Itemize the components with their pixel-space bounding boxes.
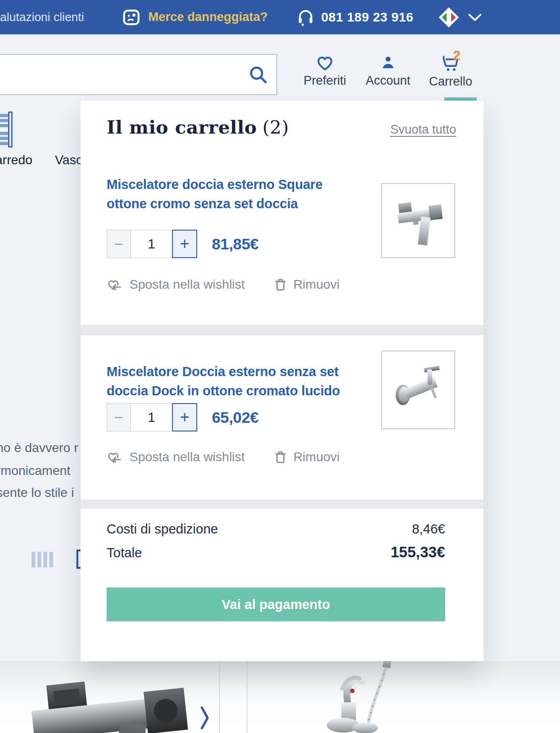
user-icon xyxy=(379,54,397,71)
move-to-wishlist-icon xyxy=(107,450,123,464)
trash-icon xyxy=(274,450,287,464)
background-text-line: no è davvero r xyxy=(0,441,78,455)
shipping-value: 8,46€ xyxy=(412,522,445,537)
towel-radiator-icon xyxy=(0,111,13,148)
move-to-wishlist-link[interactable]: Sposta nella wishlist xyxy=(129,450,245,464)
pagination-bars xyxy=(32,552,53,567)
damaged-box-icon xyxy=(122,8,141,27)
quantity-increase-button[interactable]: + xyxy=(172,230,197,258)
damaged-goods-link[interactable]: Merce danneggiata? xyxy=(122,0,268,34)
favorites-button[interactable]: Preferiti xyxy=(303,54,346,88)
checkout-button[interactable]: Vai al pagamento xyxy=(107,587,445,621)
cart-active-underline xyxy=(444,97,477,101)
search-icon[interactable] xyxy=(248,65,268,85)
item-price: 81,85€ xyxy=(212,230,258,258)
quantity-stepper: − 1 + xyxy=(107,230,197,258)
phone-link[interactable]: 081 189 23 916 xyxy=(296,0,414,34)
total-value: 155,33€ xyxy=(391,544,445,561)
cart-item-title[interactable]: Miscelatore Doccia esterno senza set doc… xyxy=(107,362,340,400)
clear-cart-link[interactable]: Svuota tutto xyxy=(390,123,456,137)
quantity-decrease-button[interactable]: − xyxy=(107,230,131,258)
language-selector[interactable] xyxy=(438,0,482,34)
cart-label: Carrello xyxy=(429,75,473,89)
divider xyxy=(219,661,220,733)
topbar: alutazioni clienti Merce danneggiata? xyxy=(0,0,560,34)
shipping-label: Costi di spedizione xyxy=(107,522,218,537)
item-actions: Sposta nella wishlist Rimuovi xyxy=(107,450,339,464)
cart-card-item2: Miscelatore Doccia esterno senza set doc… xyxy=(81,335,484,500)
remove-item-link[interactable]: Rimuovi xyxy=(293,277,339,292)
cart-card-header-item1: Il mio carrello(2) Svuota tutto Miscelat… xyxy=(81,101,484,325)
cart-item-count: (2) xyxy=(262,117,289,138)
carousel-next-button[interactable] xyxy=(199,706,211,730)
trash-icon xyxy=(274,278,287,291)
quantity-value[interactable]: 1 xyxy=(131,403,172,431)
headset-icon xyxy=(296,7,315,27)
quantity-increase-button[interactable]: + xyxy=(172,403,197,431)
divider xyxy=(247,661,248,733)
cart-count-badge: 2 xyxy=(453,48,461,63)
nav-item-arredo[interactable]: arredo xyxy=(0,153,32,167)
remove-item-link[interactable]: Rimuovi xyxy=(293,450,339,464)
item-actions: Sposta nella wishlist Rimuovi xyxy=(107,277,339,292)
account-label: Account xyxy=(366,74,410,88)
background-text-line: sente lo stile i xyxy=(0,485,74,500)
chevron-down-icon xyxy=(468,13,482,22)
page: alutazioni clienti Merce danneggiata? xyxy=(0,0,560,733)
background-text-line: rmonicament xyxy=(0,464,70,478)
quantity-value[interactable]: 1 xyxy=(131,230,172,258)
heart-icon xyxy=(316,54,334,71)
italy-flag-icon xyxy=(438,7,459,28)
item-price: 65,02€ xyxy=(212,403,258,431)
favorites-label: Preferiti xyxy=(303,74,346,88)
cart-item-title[interactable]: Miscelatore doccia esterno Square ottone… xyxy=(107,175,323,213)
search-box xyxy=(0,54,277,95)
damaged-goods-label: Merce danneggiata? xyxy=(148,10,268,24)
product-thumbnail-dock-mixer[interactable] xyxy=(381,350,455,429)
cart-dropdown: Il mio carrello(2) Svuota tutto Miscelat… xyxy=(81,101,484,661)
carousel-product-image-dark-mixer[interactable] xyxy=(24,675,211,733)
search-input[interactable] xyxy=(5,55,226,95)
quantity-decrease-button[interactable]: − xyxy=(107,403,131,431)
account-button[interactable]: Account xyxy=(366,54,410,88)
product-thumbnail-square-mixer[interactable] xyxy=(381,183,455,258)
phone-number: 081 189 23 916 xyxy=(321,10,414,25)
move-to-wishlist-icon xyxy=(107,277,123,292)
cart-summary-card: Costi di spedizione 8,46€ Totale 155,33€… xyxy=(81,509,484,661)
cart-title: Il mio carrello(2) xyxy=(107,116,289,138)
ratings-link[interactable]: alutazioni clienti xyxy=(0,0,84,34)
cart-button[interactable]: Carrello xyxy=(429,54,473,89)
move-to-wishlist-link[interactable]: Sposta nella wishlist xyxy=(129,277,245,292)
total-label: Totale xyxy=(107,545,142,561)
quantity-stepper: − 1 + xyxy=(107,403,197,431)
